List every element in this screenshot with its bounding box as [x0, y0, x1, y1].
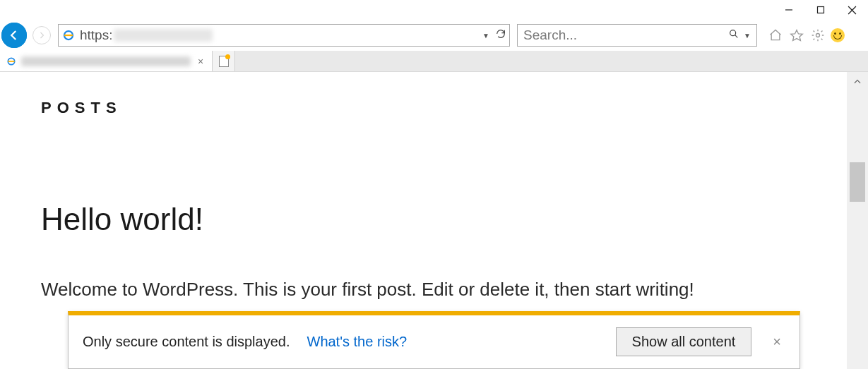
- forward-button: [32, 26, 51, 44]
- back-button[interactable]: [1, 23, 27, 48]
- minimize-button[interactable]: [773, 0, 804, 20]
- svg-rect-1: [817, 7, 824, 13]
- svg-point-5: [730, 30, 736, 36]
- notification-close-button[interactable]: ×: [768, 334, 785, 350]
- scroll-up-icon[interactable]: [847, 73, 868, 90]
- tab-title-blurred: [21, 56, 191, 66]
- url-scheme: https:: [80, 28, 112, 43]
- post-body: Welcome to WordPress. This is your first…: [41, 275, 783, 303]
- new-tab-icon: [219, 56, 229, 67]
- url-host-blurred: [114, 29, 213, 42]
- tools-gear-icon[interactable]: [809, 27, 826, 44]
- svg-point-8: [816, 34, 820, 37]
- post-title[interactable]: Hello world!: [41, 202, 847, 237]
- search-bar[interactable]: Search... ▼: [517, 24, 757, 47]
- notification-link[interactable]: What's the risk?: [307, 334, 408, 350]
- tab-active[interactable]: ×: [0, 51, 213, 71]
- section-heading: POSTS: [41, 99, 847, 117]
- show-all-content-button[interactable]: Show all content: [616, 327, 752, 356]
- refresh-button[interactable]: [495, 28, 506, 42]
- svg-line-6: [735, 35, 738, 38]
- address-dropdown-icon[interactable]: ▼: [482, 32, 489, 40]
- search-icon[interactable]: [728, 28, 739, 42]
- address-text: https:: [80, 28, 482, 43]
- feedback-smiley-icon[interactable]: [831, 28, 845, 42]
- vertical-scrollbar[interactable]: [847, 72, 868, 369]
- tab-favicon-icon: [6, 56, 17, 67]
- tab-close-button[interactable]: ×: [195, 56, 206, 67]
- search-dropdown-icon[interactable]: ▼: [744, 32, 751, 40]
- search-placeholder: Search...: [523, 28, 728, 43]
- scroll-thumb[interactable]: [850, 162, 865, 202]
- favorites-star-icon[interactable]: [788, 27, 805, 44]
- maximize-button[interactable]: [804, 0, 836, 20]
- notification-message: Only secure content is displayed.: [83, 334, 290, 350]
- tab-strip: ×: [0, 51, 868, 72]
- home-icon[interactable]: [767, 27, 784, 44]
- svg-marker-7: [791, 30, 803, 41]
- ie-logo-icon: [61, 28, 76, 42]
- address-bar[interactable]: https: ▼: [58, 24, 510, 47]
- browser-toolbar: https: ▼ Search... ▼: [0, 20, 868, 51]
- close-window-button[interactable]: [836, 0, 868, 20]
- security-notification-bar: Only secure content is displayed. What's…: [68, 311, 800, 369]
- new-tab-button[interactable]: [213, 51, 235, 71]
